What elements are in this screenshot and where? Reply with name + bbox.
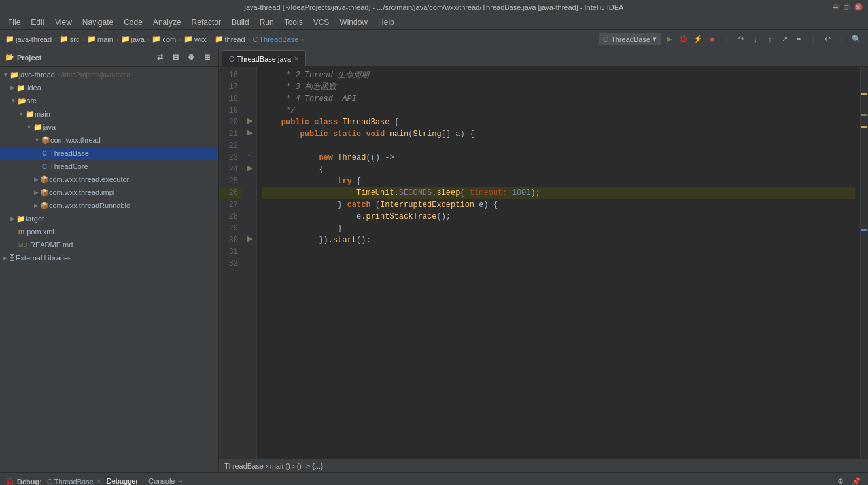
breadcrumb-bar: 📁 java-thread › 📁 src › 📁 main › 📁 java … [0,30,868,48]
code-line-24: { [262,164,855,175]
debug-button[interactable]: 🐞 [677,33,690,46]
debug-tab-console[interactable]: Console → [143,476,189,486]
bc-wxx-icon: 📁 [184,35,193,43]
bc-main[interactable]: main [97,35,113,43]
bc-wxx[interactable]: wxx [194,35,207,43]
collapse-all-icon[interactable]: ⊟ [169,51,182,64]
menu-file[interactable]: File [3,16,26,28]
menu-code[interactable]: Code [118,16,148,28]
maximize-button[interactable]: □ [843,3,852,11]
line-27: 27 [219,199,242,211]
tree-item-root[interactable]: ▼ 📁 java-thread ~/IdeaProjects/java-thre… [0,68,218,81]
stop-button[interactable]: ■ [706,33,719,46]
expand-arrow-root[interactable]: ▼ [3,71,9,78]
editor-tab-threadbase[interactable]: C ThreadBase.java ✕ [222,50,306,66]
expand-arrow-src[interactable]: ▼ [10,98,16,104]
bc-src[interactable]: src [70,35,80,43]
expand-arrow-impl[interactable]: ▶ [34,189,39,196]
run-button[interactable]: ▶ [663,33,676,46]
code-content[interactable]: * 2 Thread 生命周期 * 3 构造函数 * 4 Thread API … [257,67,860,459]
menu-help[interactable]: Help [373,16,400,28]
code-line-30: }).start(); [262,234,855,246]
gutter-arrow-20: ▶ [247,117,252,125]
expand-arrow-extlibs[interactable]: ▶ [3,255,7,261]
debug-settings-icon[interactable]: ⚙ [834,475,847,486]
debug-session-close[interactable]: ✕ [96,478,101,485]
project-tree: ▼ 📁 java-thread ~/IdeaProjects/java-thre… [0,67,218,472]
bc-root[interactable]: java-thread [16,35,52,43]
menu-vcs[interactable]: VCS [308,16,335,28]
menu-navigate[interactable]: Navigate [77,16,118,28]
run-config-selector[interactable]: C ThreadBase ▾ [599,33,661,45]
close-button[interactable]: ✕ [854,3,863,11]
line-23: 23 [219,152,242,164]
bc-class-icon: C [252,35,258,43]
menu-edit[interactable]: Edit [26,16,50,28]
evaluate-button[interactable]: ≡ [792,33,805,46]
line-16: 16 [219,69,242,81]
tree-item-threadcore[interactable]: C ThreadCore [0,160,218,173]
search-everywhere-button[interactable]: 🔍 [850,33,863,46]
tree-item-target[interactable]: ▶ 📁 target [0,212,218,225]
step-into-button[interactable]: ↓ [749,33,762,46]
menu-window[interactable]: Window [334,16,373,28]
package-impl-icon: 📦 [40,189,49,197]
root-folder-icon: 📁 [10,71,19,79]
line-24: 24 [219,164,242,175]
tree-item-pkg-executor[interactable]: ▶ 📦 com.wxx.thread.executor [0,173,218,186]
tree-item-java[interactable]: ▼ 📁 java [0,120,218,134]
step-over-button[interactable]: ↷ [735,33,748,46]
debug-pin-icon[interactable]: 📌 [850,475,863,486]
tree-item-extlibs[interactable]: ▶ 🗄 External Libraries [0,251,218,264]
expand-arrow-pkg-thread[interactable]: ▼ [34,137,40,143]
expand-arrow-target[interactable]: ▶ [10,215,15,222]
step-out-button[interactable]: ↑ [763,33,776,46]
minimize-button[interactable]: ─ [832,3,841,11]
window-controls: ─ □ ✕ [832,3,863,11]
bc-thread[interactable]: thread [225,35,245,43]
tab-close-button[interactable]: ✕ [294,55,299,62]
expand-arrow-executor[interactable]: ▶ [34,176,39,183]
bc-java[interactable]: java [131,35,145,43]
gutter-panel: ▶ ▶ ▶ ↑ ▶ [245,67,257,459]
expand-arrow-main[interactable]: ▼ [18,111,24,117]
panel-expand-icon[interactable]: ⊞ [200,51,213,64]
expand-arrow-runnable[interactable]: ▶ [34,202,39,209]
run-to-cursor-button[interactable]: ↗ [778,33,791,46]
debug-tab-debugger[interactable]: Debugger [101,476,143,486]
tree-item-src[interactable]: ▼ 📂 src [0,94,218,107]
expand-arrow-java[interactable]: ▼ [26,124,32,130]
tree-item-pkg-thread[interactable]: ▼ 📦 com.wxx.thread [0,134,218,147]
menu-build[interactable]: Build [226,16,254,28]
line-25: 25 [219,175,242,187]
bc-com[interactable]: com [162,35,176,43]
config-icon: C [603,35,608,43]
settings-icon[interactable]: ⚙ [184,51,198,64]
sync-icon[interactable]: ⇄ [153,51,166,64]
class-c-icon: C [42,149,47,157]
package-executor-icon: 📦 [40,175,49,184]
menu-run[interactable]: Run [254,16,279,28]
code-line-22 [262,140,855,152]
tree-item-idea[interactable]: ▶ 📁 .idea [0,81,218,94]
run-coverage-button[interactable]: ⚡ [691,33,704,46]
undo-button[interactable]: ↩ [821,33,834,46]
tree-item-pom[interactable]: m pom.xml [0,225,218,238]
menu-refactor[interactable]: Refactor [186,16,226,28]
tree-item-threadbase[interactable]: C ThreadBase [0,147,218,160]
bc-class[interactable]: ThreadBase [259,35,298,43]
tree-item-readme[interactable]: MD README.md [0,238,218,251]
menu-tools[interactable]: Tools [279,16,308,28]
sep3: | [835,33,848,46]
menu-analyze[interactable]: Analyze [148,16,186,28]
idea-folder-icon: 📁 [16,84,26,92]
tree-readme-label: README.md [30,241,73,249]
expand-arrow-idea[interactable]: ▶ [10,84,15,91]
gutter-mark-yellow-1 [861,93,867,95]
tree-item-pkg-runnable[interactable]: ▶ 📦 com.wxx.threadRunnable [0,199,218,212]
line-30: 30 [219,234,242,246]
tree-item-pkg-impl[interactable]: ▶ 📦 com.wxx.thread.impl [0,186,218,199]
tree-item-main[interactable]: ▼ 📁 main [0,107,218,120]
action-toolbar: C ThreadBase ▾ ▶ 🐞 ⚡ ■ | ↷ ↓ ↑ ↗ ≡ | ↩ |… [599,33,863,46]
menu-view[interactable]: View [50,16,77,28]
